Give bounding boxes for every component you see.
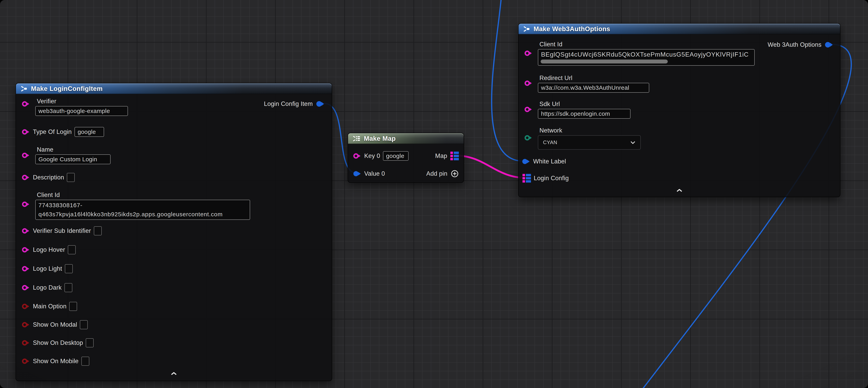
output-pin-row-web3auth-options[interactable]: Web 3Auth Options bbox=[768, 40, 833, 50]
type-of-login-pin[interactable] bbox=[22, 129, 30, 135]
main-option-checkbox[interactable] bbox=[69, 302, 77, 311]
logo-dark-input[interactable] bbox=[64, 283, 72, 292]
collapse-button[interactable] bbox=[16, 371, 332, 376]
description-label: Description bbox=[33, 174, 64, 181]
value0-pin[interactable] bbox=[353, 171, 362, 177]
row-value0: Value 0 bbox=[353, 168, 385, 179]
sdk-url-label: Sdk Url bbox=[539, 100, 630, 108]
make-struct-icon bbox=[523, 26, 530, 32]
description-input[interactable] bbox=[67, 173, 75, 182]
client-id-input[interactable]: BEglQSgt4cUWcj6SKRdu5QkOXTsePmMcusG5EAoy… bbox=[538, 49, 755, 66]
row-main-option: Main Option bbox=[22, 301, 77, 312]
chevron-up-icon bbox=[676, 188, 683, 192]
type-of-login-input[interactable]: google bbox=[74, 127, 104, 137]
white-label-label: White Label bbox=[533, 158, 566, 165]
client-id-pin[interactable] bbox=[22, 201, 30, 208]
show-on-modal-checkbox[interactable] bbox=[80, 320, 88, 329]
node-header-make-loginconfigitem[interactable]: Make LoginConfigItem bbox=[16, 83, 332, 94]
verifier-sub-identifier-pin[interactable] bbox=[22, 228, 30, 234]
web3auth-options-output-label: Web 3Auth Options bbox=[768, 41, 822, 48]
row-show-on-mobile: Show On Mobile bbox=[22, 356, 89, 367]
client-id-pin[interactable] bbox=[524, 50, 533, 57]
client-id-label: Client Id bbox=[539, 41, 755, 48]
make-map-icon bbox=[352, 136, 360, 142]
output-pin-row-map[interactable]: Map bbox=[435, 151, 459, 161]
node-title: Make Web3AuthOptions bbox=[533, 25, 610, 33]
row-logo-hover: Logo Hover bbox=[22, 244, 76, 255]
verifier-sub-identifier-input[interactable] bbox=[94, 226, 102, 235]
client-id-line2: q463s7kpvja16l4l0kko3nb925ikds2p.apps.go… bbox=[38, 210, 223, 219]
login-config-label: Login Config bbox=[534, 175, 569, 182]
show-on-modal-label: Show On Modal bbox=[33, 321, 77, 328]
chevron-down-icon bbox=[630, 141, 636, 144]
logo-dark-pin[interactable] bbox=[22, 285, 30, 291]
row-login-config: Login Config bbox=[523, 173, 569, 184]
description-pin[interactable] bbox=[22, 174, 30, 181]
field-row-verifier: Verifier web3auth-google-example bbox=[22, 98, 128, 116]
show-on-desktop-pin[interactable] bbox=[22, 340, 30, 346]
key0-label: Key 0 bbox=[364, 152, 380, 159]
chevron-up-icon bbox=[170, 371, 177, 376]
main-option-pin[interactable] bbox=[22, 303, 30, 309]
show-on-mobile-checkbox[interactable] bbox=[82, 357, 89, 366]
logo-dark-label: Logo Dark bbox=[33, 284, 62, 291]
make-struct-icon bbox=[20, 86, 27, 92]
row-type-of-login: Type Of Login google bbox=[22, 126, 104, 138]
field-row-redirect-url: Redirect Url w3a://com.w3a.Web3AuthUnrea… bbox=[524, 74, 649, 93]
row-logo-dark: Logo Dark bbox=[22, 282, 72, 293]
show-on-modal-pin[interactable] bbox=[22, 322, 30, 328]
add-pin-icon bbox=[451, 170, 459, 178]
wire-map-to-loginconfig bbox=[456, 155, 526, 178]
network-pin[interactable] bbox=[524, 135, 533, 142]
node-make-web3authoptions[interactable]: Make Web3AuthOptions Web 3Auth Options C… bbox=[518, 23, 840, 197]
verifier-label: Verifier bbox=[37, 98, 128, 105]
redirect-url-input[interactable]: w3a://com.w3a.Web3AuthUnreal bbox=[538, 83, 649, 93]
redirect-url-label: Redirect Url bbox=[539, 74, 649, 82]
network-dropdown[interactable]: CYAN bbox=[538, 135, 641, 150]
node-title: Make LoginConfigItem bbox=[31, 85, 103, 92]
node-header-make-web3authoptions[interactable]: Make Web3AuthOptions bbox=[519, 24, 840, 34]
logo-light-input[interactable] bbox=[65, 264, 73, 273]
verifier-sub-identifier-label: Verifier Sub Identifier bbox=[33, 227, 91, 234]
collapse-button[interactable] bbox=[519, 188, 840, 192]
name-pin[interactable] bbox=[22, 152, 30, 159]
client-id-line1: 774338308167- bbox=[38, 201, 82, 210]
white-label-pin[interactable] bbox=[522, 158, 530, 165]
client-id-input[interactable]: 774338308167- q463s7kpvja16l4l0kko3nb925… bbox=[35, 200, 250, 220]
field-row-name: Name Google Custom Login bbox=[22, 146, 111, 164]
login-config-pin[interactable] bbox=[523, 174, 531, 183]
redirect-url-pin[interactable] bbox=[524, 80, 533, 87]
show-on-desktop-label: Show On Desktop bbox=[33, 339, 83, 347]
name-label: Name bbox=[37, 146, 111, 153]
node-make-map[interactable]: Make Map Key 0 google Map Value 0 Add pi… bbox=[348, 133, 464, 183]
show-on-desktop-checkbox[interactable] bbox=[86, 338, 94, 348]
field-row-network: Network CYAN bbox=[524, 127, 641, 150]
node-make-loginconfigitem[interactable]: Make LoginConfigItem Login Config Item V… bbox=[16, 83, 332, 381]
show-on-mobile-pin[interactable] bbox=[22, 358, 30, 364]
sdk-url-pin[interactable] bbox=[524, 106, 533, 113]
client-id-scrollbar[interactable] bbox=[540, 60, 668, 63]
blueprint-graph-canvas[interactable]: Make LoginConfigItem Login Config Item V… bbox=[0, 0, 868, 388]
name-input[interactable]: Google Custom Login bbox=[35, 154, 111, 164]
login-config-item-output-pin[interactable] bbox=[316, 101, 324, 107]
verifier-pin[interactable] bbox=[22, 101, 30, 108]
main-option-label: Main Option bbox=[33, 303, 66, 310]
key0-pin[interactable] bbox=[353, 153, 362, 159]
client-id-value: BEglQSgt4cUWcj6SKRdu5QkOXTsePmMcusG5EAoy… bbox=[541, 51, 749, 58]
key0-input[interactable]: google bbox=[383, 151, 409, 161]
logo-light-label: Logo Light bbox=[33, 265, 62, 272]
output-pin-row-login-config-item[interactable]: Login Config Item bbox=[264, 99, 324, 109]
logo-light-pin[interactable] bbox=[22, 266, 30, 272]
sdk-url-input[interactable]: https://sdk.openlogin.com bbox=[538, 109, 630, 119]
verifier-input[interactable]: web3auth-google-example bbox=[35, 106, 128, 116]
logo-hover-input[interactable] bbox=[68, 245, 76, 254]
add-pin-button[interactable]: Add pin bbox=[426, 169, 459, 178]
field-row-client-id: Client Id BEglQSgt4cUWcj6SKRdu5QkOXTsePm… bbox=[524, 41, 755, 66]
web3auth-options-output-pin[interactable] bbox=[825, 41, 833, 48]
row-logo-light: Logo Light bbox=[22, 263, 73, 274]
node-header-make-map[interactable]: Make Map bbox=[348, 133, 464, 144]
map-output-pin[interactable] bbox=[451, 152, 459, 160]
row-key0: Key 0 google bbox=[353, 150, 409, 161]
logo-hover-pin[interactable] bbox=[22, 247, 30, 253]
logo-hover-label: Logo Hover bbox=[33, 246, 65, 253]
